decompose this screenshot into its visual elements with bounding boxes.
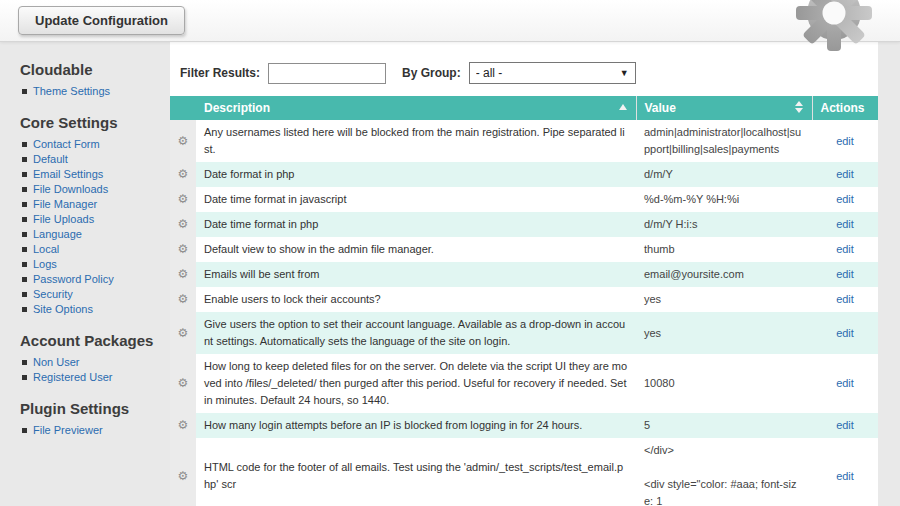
group-select[interactable]: - all - — [469, 62, 636, 84]
sidebar-item-registered-user[interactable]: Registered User — [22, 371, 162, 383]
row-actions-cell: edit — [812, 413, 878, 438]
sidebar-item-theme-settings[interactable]: Theme Settings — [22, 85, 162, 97]
bullet-icon — [22, 172, 27, 177]
config-table: Description Value Actions ⚙ Any username… — [170, 96, 878, 506]
column-header-description[interactable]: Description — [196, 96, 636, 120]
sidebar-item-label: File Manager — [33, 198, 97, 210]
by-group-label: By Group: — [402, 66, 461, 80]
setting-description: How long to keep deleted files for on th… — [196, 354, 636, 413]
sidebar-item-label: Site Options — [33, 303, 93, 315]
sort-both-icon — [795, 101, 803, 113]
sidebar-item-file-uploads[interactable]: File Uploads — [22, 213, 162, 225]
edit-link[interactable]: edit — [836, 377, 854, 389]
row-actions-cell: edit — [812, 312, 878, 354]
settings-gear-icon: ⚙ — [178, 469, 189, 483]
sidebar-item-default[interactable]: Default — [22, 153, 162, 165]
bullet-icon — [22, 217, 27, 222]
edit-link[interactable]: edit — [836, 135, 854, 147]
row-actions-cell: edit — [812, 438, 878, 506]
sidebar-item-language[interactable]: Language — [22, 228, 162, 240]
bullet-icon — [22, 157, 27, 162]
sidebar-item-label: Password Policy — [33, 273, 114, 285]
column-header-icon — [170, 96, 196, 120]
edit-link[interactable]: edit — [836, 168, 854, 180]
sidebar-list: Non UserRegistered User — [20, 356, 162, 383]
edit-link[interactable]: edit — [836, 193, 854, 205]
sidebar: Cloudable Theme Settings Core Settings C… — [0, 42, 170, 506]
settings-gear-icon: ⚙ — [178, 376, 189, 390]
edit-link[interactable]: edit — [836, 243, 854, 255]
row-icon-cell: ⚙ — [170, 262, 196, 287]
sidebar-item-logs[interactable]: Logs — [22, 258, 162, 270]
row-icon-cell: ⚙ — [170, 187, 196, 212]
setting-description: Date format in php — [196, 162, 636, 187]
sidebar-list: File Previewer — [20, 424, 162, 436]
sidebar-item-file-previewer[interactable]: File Previewer — [22, 424, 162, 436]
column-header-actions: Actions — [812, 96, 878, 120]
setting-description: Give users the option to set their accou… — [196, 312, 636, 354]
row-actions-cell: edit — [812, 354, 878, 413]
sidebar-item-label: Local — [33, 243, 59, 255]
edit-link[interactable]: edit — [836, 293, 854, 305]
bullet-icon — [22, 187, 27, 192]
row-icon-cell: ⚙ — [170, 438, 196, 506]
sidebar-item-contact-form[interactable]: Contact Form — [22, 138, 162, 150]
edit-link[interactable]: edit — [836, 470, 854, 482]
setting-value: yes — [636, 312, 812, 354]
sidebar-item-label: Theme Settings — [33, 85, 110, 97]
table-row: ⚙ HTML code for the footer of all emails… — [170, 438, 878, 506]
settings-gear-icon: ⚙ — [178, 418, 189, 432]
filter-bar: Filter Results: By Group: - all - ▼ — [170, 42, 878, 96]
sidebar-item-email-settings[interactable]: Email Settings — [22, 168, 162, 180]
column-header-value[interactable]: Value — [636, 96, 812, 120]
row-icon-cell: ⚙ — [170, 287, 196, 312]
table-row: ⚙ Emails will be sent from email@yoursit… — [170, 262, 878, 287]
row-icon-cell: ⚙ — [170, 237, 196, 262]
setting-description: Date time format in php — [196, 212, 636, 237]
sidebar-section-title: Core Settings — [20, 114, 162, 131]
sidebar-item-non-user[interactable]: Non User — [22, 356, 162, 368]
settings-gear-icon: ⚙ — [178, 242, 189, 256]
sidebar-item-label: Email Settings — [33, 168, 103, 180]
setting-value: 10080 — [636, 354, 812, 413]
setting-value: 5 — [636, 413, 812, 438]
sidebar-item-file-downloads[interactable]: File Downloads — [22, 183, 162, 195]
table-row: ⚙ How long to keep deleted files for on … — [170, 354, 878, 413]
settings-gear-icon: ⚙ — [178, 217, 189, 231]
table-header-row: Description Value Actions — [170, 96, 878, 120]
row-actions-cell: edit — [812, 212, 878, 237]
bullet-icon — [22, 360, 27, 365]
sidebar-item-site-options[interactable]: Site Options — [22, 303, 162, 315]
setting-description: Emails will be sent from — [196, 262, 636, 287]
setting-value: yes — [636, 287, 812, 312]
edit-link[interactable]: edit — [836, 327, 854, 339]
sidebar-item-local[interactable]: Local — [22, 243, 162, 255]
sidebar-item-security[interactable]: Security — [22, 288, 162, 300]
filter-input[interactable] — [268, 63, 386, 84]
bullet-icon — [22, 277, 27, 282]
row-actions-cell: edit — [812, 120, 878, 162]
content-panel: Filter Results: By Group: - all - ▼ Desc… — [170, 42, 878, 506]
sidebar-section: Plugin Settings File Previewer — [20, 400, 162, 436]
gear-icon — [780, 0, 884, 56]
value-header-label: Value — [645, 101, 676, 115]
sidebar-item-password-policy[interactable]: Password Policy — [22, 273, 162, 285]
bullet-icon — [22, 292, 27, 297]
bullet-icon — [22, 262, 27, 267]
sort-ascending-icon — [619, 104, 627, 110]
sidebar-item-label: Default — [33, 153, 68, 165]
update-configuration-button[interactable]: Update Configuration — [18, 6, 185, 35]
setting-value: thumb — [636, 237, 812, 262]
edit-link[interactable]: edit — [836, 218, 854, 230]
row-actions-cell: edit — [812, 262, 878, 287]
edit-link[interactable]: edit — [836, 419, 854, 431]
edit-link[interactable]: edit — [836, 268, 854, 280]
sidebar-item-file-manager[interactable]: File Manager — [22, 198, 162, 210]
table-row: ⚙ Default view to show in the admin file… — [170, 237, 878, 262]
row-actions-cell: edit — [812, 237, 878, 262]
row-icon-cell: ⚙ — [170, 312, 196, 354]
table-row: ⚙ Date time format in javascript %d-%m-%… — [170, 187, 878, 212]
table-row: ⚙ Date time format in php d/m/Y H:i:s ed… — [170, 212, 878, 237]
bullet-icon — [22, 89, 27, 94]
settings-gear-icon: ⚙ — [178, 167, 189, 181]
